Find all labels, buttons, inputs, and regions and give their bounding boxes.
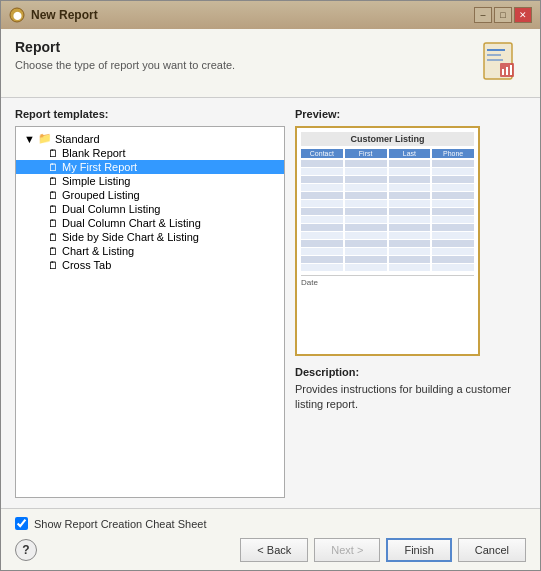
preview-cell [345,160,387,167]
preview-cell [432,200,474,207]
preview-cell [345,264,387,271]
preview-cell [389,200,431,207]
tree-doc-icon: 🗒 [48,260,58,271]
window-icon: ⬤ [9,7,25,23]
preview-label: Preview: [295,108,526,120]
tree-doc-icon: 🗒 [48,162,58,173]
preview-cell [301,264,343,271]
svg-text:⬤: ⬤ [13,11,22,20]
preview-cell [432,264,474,271]
minimize-button[interactable]: – [474,7,492,23]
cheat-sheet-checkbox[interactable] [15,517,28,530]
cheat-sheet-label: Show Report Creation Cheat Sheet [34,518,206,530]
tree-root-label: Standard [55,133,100,145]
left-panel: Report templates: ▼ 📁 Standard 🗒Blank Re… [15,108,285,498]
tree-item-dual-col[interactable]: 🗒Dual Column Listing [16,202,284,216]
tree-item-label: Cross Tab [62,259,111,271]
finish-button[interactable]: Finish [386,538,451,562]
checkbox-row: Show Report Creation Cheat Sheet [15,517,526,530]
tree-item-side-chart[interactable]: 🗒Side by Side Chart & Listing [16,230,284,244]
preview-cell [389,208,431,215]
templates-label: Report templates: [15,108,285,120]
preview-cell [301,216,343,223]
title-bar-left: ⬤ New Report [9,7,98,23]
tree-item-blank[interactable]: 🗒Blank Report [16,146,284,160]
tree-item-cross[interactable]: 🗒Cross Tab [16,258,284,272]
tree-doc-icon: 🗒 [48,190,58,201]
tree-doc-icon: 🗒 [48,246,58,257]
preview-footer: Date [301,275,474,289]
description-section: Description: Provides instructions for b… [295,366,526,413]
maximize-button[interactable]: □ [494,7,512,23]
preview-cell [389,216,431,223]
desc-label: Description: [295,366,526,378]
preview-data-row [301,224,474,231]
preview-cell [345,256,387,263]
preview-cell [301,184,343,191]
tree-item-label: Chart & Listing [62,245,134,257]
tree-item-first[interactable]: 🗒My First Report [16,160,284,174]
preview-cell [345,232,387,239]
preview-cell [301,160,343,167]
tree-item-dual-chart[interactable]: 🗒Dual Column Chart & Listing [16,216,284,230]
back-button[interactable]: < Back [240,538,308,562]
preview-box: Customer Listing ContactFirstLastPhone D… [295,126,480,356]
preview-cell [432,160,474,167]
help-button[interactable]: ? [15,539,37,561]
preview-cell [389,240,431,247]
window: ⬤ New Report – □ ✕ Report Choose the typ… [0,0,541,571]
preview-data-row [301,208,474,215]
preview-cell [432,192,474,199]
nav-buttons: < Back Next > Finish Cancel [240,538,526,562]
preview-cell [432,256,474,263]
preview-data-row [301,200,474,207]
tree-item-simple[interactable]: 🗒Simple Listing [16,174,284,188]
tree-doc-icon: 🗒 [48,176,58,187]
button-row: ? < Back Next > Finish Cancel [15,538,526,562]
preview-data-row [301,264,474,271]
svg-rect-7 [502,69,504,75]
preview-data-row [301,256,474,263]
preview-cell [301,208,343,215]
tree-item-label: Dual Column Listing [62,203,160,215]
preview-cell [389,248,431,255]
preview-cell [345,168,387,175]
preview-data-row [301,168,474,175]
preview-cell [301,200,343,207]
preview-cell [389,192,431,199]
preview-cell [432,224,474,231]
tree-item-chart-list[interactable]: 🗒Chart & Listing [16,244,284,258]
preview-cell [345,240,387,247]
preview-cell [432,184,474,191]
preview-data-row [301,248,474,255]
preview-cell [389,160,431,167]
tree-item-label: Dual Column Chart & Listing [62,217,201,229]
preview-col-header: Phone [432,149,474,158]
title-bar: ⬤ New Report – □ ✕ [1,1,540,29]
tree-root[interactable]: ▼ 📁 Standard [16,131,284,146]
tree-item-label: Simple Listing [62,175,130,187]
preview-col-header: First [345,149,387,158]
preview-data-row [301,184,474,191]
preview-cell [389,224,431,231]
preview-cell [389,232,431,239]
svg-rect-4 [487,54,501,56]
tree-item-label: Side by Side Chart & Listing [62,231,199,243]
tree-doc-icon: 🗒 [48,148,58,159]
tree-item-grouped[interactable]: 🗒Grouped Listing [16,188,284,202]
preview-cell [432,240,474,247]
title-controls: – □ ✕ [474,7,532,23]
next-button[interactable]: Next > [314,538,380,562]
tree-item-label: My First Report [62,161,137,173]
preview-cell [389,168,431,175]
cancel-button[interactable]: Cancel [458,538,526,562]
preview-cell [432,208,474,215]
preview-cell [301,192,343,199]
header-subtitle: Choose the type of report you want to cr… [15,59,235,71]
close-button[interactable]: ✕ [514,7,532,23]
tree-container: ▼ 📁 Standard 🗒Blank Report🗒My First Repo… [15,126,285,498]
preview-data-row [301,160,474,167]
preview-cell [389,256,431,263]
svg-rect-8 [506,67,508,75]
right-panel: Preview: Customer Listing ContactFirstLa… [295,108,526,498]
